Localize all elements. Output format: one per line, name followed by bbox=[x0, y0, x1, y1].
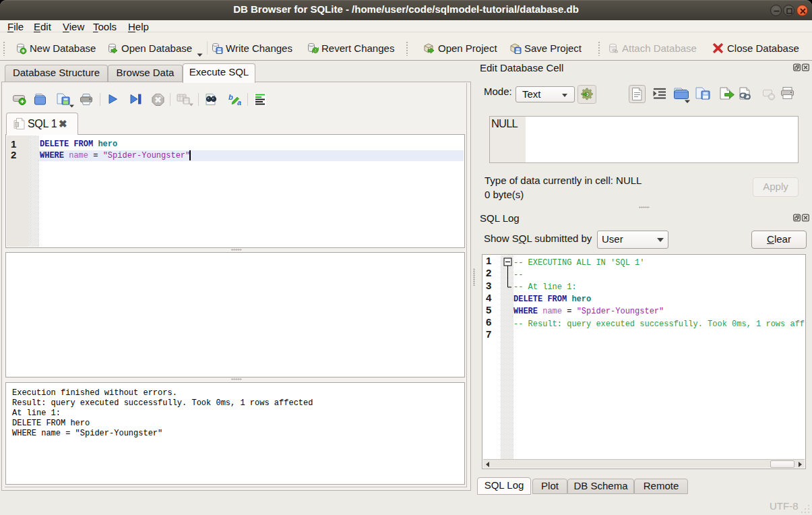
svg-text:b: b bbox=[228, 93, 233, 101]
